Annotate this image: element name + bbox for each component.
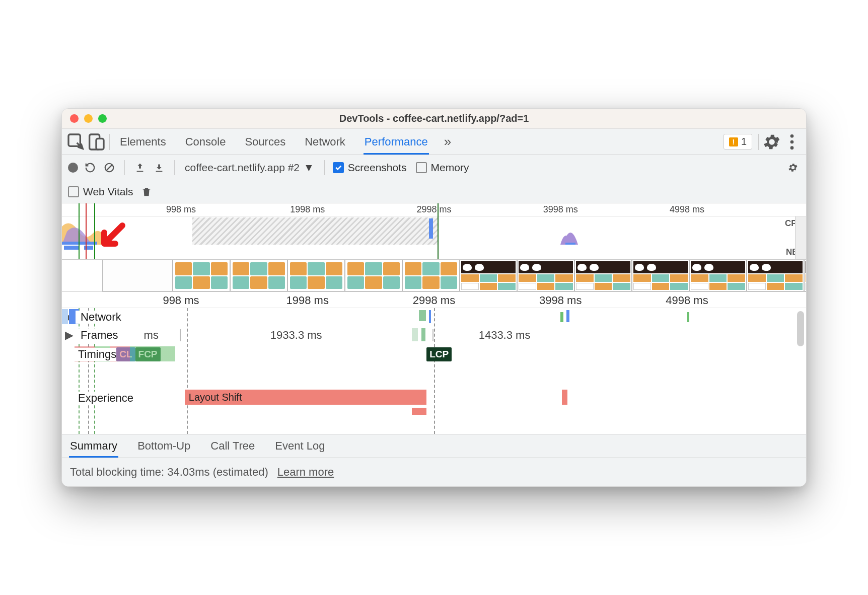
issues-badge[interactable]: ! 1 [724, 134, 752, 150]
layout-shift-event[interactable]: Layout Shift [185, 390, 426, 405]
ruler-tick: 2998 ms [413, 294, 455, 307]
filmstrip-frame[interactable] [804, 260, 806, 291]
performance-toolbar-2: Web Vitals [62, 180, 806, 203]
filmstrip-frame[interactable] [402, 260, 460, 291]
screenshots-toggle[interactable]: Screenshots [333, 162, 407, 174]
device-toggle-icon[interactable] [86, 132, 106, 152]
cpu-graph [62, 216, 806, 245]
svg-rect-7 [62, 242, 97, 245]
checkbox-checked-icon [333, 162, 344, 173]
trash-icon[interactable] [139, 185, 154, 199]
layout-shift-event[interactable] [412, 408, 427, 415]
ruler-tick: 4998 ms [670, 204, 704, 215]
dtab-summary[interactable]: Summary [69, 434, 118, 458]
tab-elements[interactable]: Elements [119, 129, 167, 155]
zoom-icon[interactable] [98, 114, 107, 123]
filmstrip-frame[interactable] [173, 260, 230, 291]
filmstrip-frame[interactable] [747, 260, 804, 291]
frame-value: 1933.3 ms [270, 329, 322, 342]
filmstrip-frame[interactable] [632, 260, 689, 291]
separator [758, 134, 759, 150]
learn-more-link[interactable]: Learn more [277, 466, 334, 479]
track-frames[interactable]: ▶ Frames ms 1933.3 ms 1433.3 ms [62, 326, 806, 344]
filmstrip-frame[interactable] [345, 260, 402, 291]
settings-gear-icon[interactable] [762, 132, 782, 152]
layout-shift-label: Layout Shift [189, 392, 242, 403]
filmstrip-frame[interactable] [102, 260, 173, 291]
dtab-bottom-up[interactable]: Bottom-Up [136, 434, 191, 458]
dtab-call-tree[interactable]: Call Tree [209, 434, 256, 458]
web-vitals-label: Web Vitals [83, 186, 133, 198]
minimize-icon[interactable] [84, 114, 93, 123]
filmstrip-frame[interactable] [460, 260, 517, 291]
net-marker [429, 218, 433, 239]
cpu-graph-spike [553, 216, 598, 245]
main-ruler: 998 ms 1998 ms 2998 ms 3998 ms 4998 ms [62, 292, 806, 308]
filmstrip-frame[interactable] [574, 260, 632, 291]
track-network[interactable]: ▶ Network [62, 308, 806, 326]
close-icon[interactable] [70, 114, 79, 123]
filmstrip-frame[interactable] [287, 260, 345, 291]
overview-marker [438, 203, 439, 259]
tab-network[interactable]: Network [304, 129, 346, 155]
record-icon[interactable] [68, 163, 78, 173]
window-controls [70, 114, 107, 123]
net-event[interactable] [419, 310, 426, 321]
tab-performance[interactable]: Performance [364, 129, 429, 155]
net-event[interactable] [560, 312, 563, 322]
svg-rect-2 [96, 138, 104, 150]
ruler-tick: 998 ms [163, 294, 199, 307]
layout-shift-event[interactable] [562, 390, 567, 405]
warning-icon: ! [729, 137, 738, 146]
separator [109, 134, 110, 150]
checkbox-unchecked-icon [416, 162, 427, 173]
disclosure-right-icon[interactable]: ▶ [65, 329, 74, 342]
download-icon[interactable] [152, 161, 166, 175]
dtab-event-log[interactable]: Event Log [274, 434, 326, 458]
tab-sources[interactable]: Sources [244, 129, 286, 155]
timing-badge-lcp[interactable]: LCP [426, 347, 452, 361]
chevron-down-icon: ▼ [304, 162, 314, 174]
filmstrip-frame[interactable] [689, 260, 747, 291]
tbt-text: Total blocking time: 34.03ms (estimated) [70, 466, 268, 479]
overview-scrollbar[interactable] [795, 216, 806, 259]
recording-selector[interactable]: coffee-cart.netlify.app #2 ▼ [183, 161, 316, 175]
net-event[interactable] [429, 310, 431, 323]
summary-bar: Total blocking time: 34.03ms (estimated)… [62, 458, 806, 486]
track-experience[interactable]: Experience Layout Shift [62, 389, 806, 408]
screenshot-filmstrip[interactable] [62, 260, 806, 292]
overview-marker [86, 203, 87, 259]
experience-label: Experience [73, 392, 133, 405]
frame-block[interactable] [421, 328, 425, 341]
svg-point-4 [790, 140, 794, 143]
flamechart-tracks[interactable]: ▶ Network ▶ Frames ms 1933.3 ms 1433.3 m… [62, 308, 806, 434]
upload-icon[interactable] [133, 161, 147, 175]
filmstrip-frame[interactable] [517, 260, 574, 291]
track-timings[interactable]: Timings CL FCP LCP [62, 344, 806, 364]
net-event[interactable] [687, 312, 689, 322]
tab-console[interactable]: Console [184, 129, 227, 155]
ruler-tick: 3998 ms [543, 204, 578, 215]
more-menu-icon[interactable] [782, 132, 802, 152]
ruler-tick: 1998 ms [290, 204, 325, 215]
details-tabs: Summary Bottom-Up Call Tree Event Log [62, 434, 806, 458]
net-event[interactable] [566, 310, 569, 322]
clear-icon[interactable] [102, 161, 116, 175]
svg-rect-8 [565, 243, 575, 245]
reload-icon[interactable] [83, 161, 97, 175]
inspect-icon[interactable] [66, 132, 86, 152]
frame-block[interactable] [412, 328, 418, 341]
memory-toggle[interactable]: Memory [416, 162, 469, 174]
frame-value: 1433.3 ms [479, 329, 531, 342]
screenshots-label: Screenshots [348, 162, 407, 174]
capture-settings-gear-icon[interactable] [786, 161, 800, 175]
frames-label: Frames [76, 329, 118, 342]
timeline-overview[interactable]: 998 ms 1998 ms 2998 ms 3998 ms 4998 ms [62, 203, 806, 260]
ruler-tick: 998 ms [166, 204, 196, 215]
ruler-tick: 3998 ms [539, 294, 582, 307]
issues-count: 1 [741, 136, 747, 147]
web-vitals-toggle[interactable]: Web Vitals [68, 186, 133, 198]
filmstrip-frame[interactable] [230, 260, 287, 291]
performance-toolbar: coffee-cart.netlify.app #2 ▼ Screenshots… [62, 155, 806, 180]
tabs-overflow-icon[interactable]: » [443, 128, 452, 156]
